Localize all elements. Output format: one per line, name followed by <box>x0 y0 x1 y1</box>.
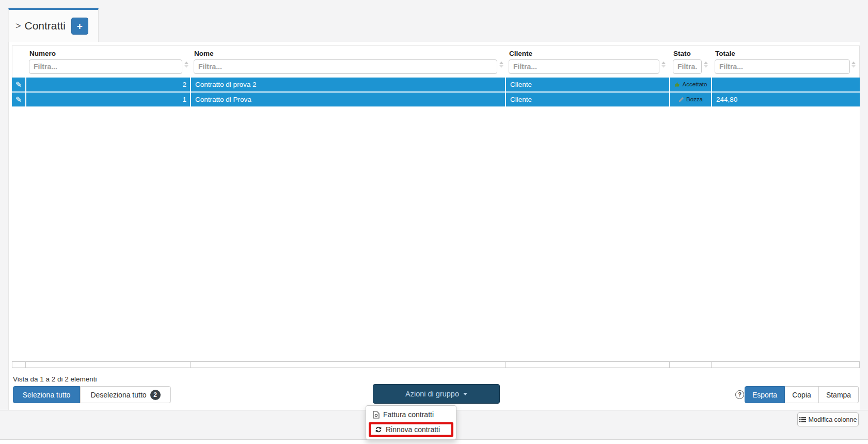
filter-cliente-input[interactable] <box>509 59 659 74</box>
status-badge-draft: Bozza <box>670 93 711 106</box>
column-totale: Totale <box>712 46 860 78</box>
refresh-icon <box>375 426 382 433</box>
status-label: Bozza <box>686 93 703 106</box>
list-icon <box>799 417 806 423</box>
caret-down-icon <box>463 393 467 395</box>
column-label: Stato <box>673 50 712 57</box>
cell-nome: Contratto di prova 2 <box>190 78 505 91</box>
group-actions-menu: Fattura contratti Rinnova contratti <box>366 405 456 440</box>
footer-cell <box>191 362 506 368</box>
column-label: Nome <box>194 50 506 57</box>
cell-totale: 244,80 <box>711 93 860 106</box>
invoice-file-icon <box>373 411 380 419</box>
copy-button[interactable]: Copia <box>785 386 819 403</box>
group-actions-label: Azioni di gruppo <box>405 390 459 398</box>
row-edit-cell[interactable]: ✎ <box>12 93 25 106</box>
thumbs-up-icon <box>674 82 681 88</box>
export-button[interactable]: Esporta <box>745 386 785 403</box>
footer-cell <box>670 362 712 368</box>
sort-icon[interactable] <box>704 62 708 68</box>
footer-cell <box>26 362 191 368</box>
sort-icon[interactable] <box>661 62 666 68</box>
filter-numero-input[interactable] <box>29 59 182 74</box>
cell-cliente: Cliente <box>505 78 669 91</box>
filter-totale-input[interactable] <box>715 59 850 74</box>
column-numero: Numero <box>26 46 191 78</box>
edit-pencil-icon[interactable]: ✎ <box>15 78 22 91</box>
column-nome: Nome <box>191 46 506 78</box>
row-edit-cell[interactable]: ✎ <box>12 78 25 91</box>
menu-item-label: Rinnova contratti <box>386 425 440 434</box>
menu-item-label: Fattura contratti <box>383 410 434 419</box>
table-footer-row <box>12 361 860 368</box>
edit-columns-button[interactable]: Modifica colonne <box>797 412 859 426</box>
table-header: Numero Nome Cliente Stato Totale <box>12 45 860 78</box>
help-icon[interactable]: ? <box>735 390 744 399</box>
sort-icon[interactable] <box>184 62 188 68</box>
tab-contratti[interactable]: > Contratti + <box>8 8 99 42</box>
column-label: Totale <box>715 50 860 57</box>
table-row[interactable]: ✎ 1 Contratto di Prova Cliente Bozza 244… <box>12 93 860 106</box>
print-button[interactable]: Stampa <box>819 386 859 403</box>
status-badge-accepted: Accettato <box>670 78 711 91</box>
add-contract-button[interactable]: + <box>71 18 88 35</box>
edit-pencil-icon[interactable]: ✎ <box>15 93 22 106</box>
cell-numero: 2 <box>25 78 190 91</box>
chevron-right-icon: > <box>15 21 21 32</box>
edit-columns-label: Modifica colonne <box>809 416 857 423</box>
select-all-button[interactable]: Seleziona tutto <box>13 386 80 403</box>
filter-stato-input[interactable] <box>673 59 702 74</box>
page-title: Contratti <box>25 20 66 32</box>
footer-cell <box>712 362 860 368</box>
deselect-all-label: Deseleziona tutto <box>90 391 146 399</box>
footer-cell <box>12 362 26 368</box>
group-actions-button[interactable]: Azioni di gruppo <box>373 384 500 404</box>
window-bottom <box>0 440 868 444</box>
footer-cell <box>506 362 670 368</box>
filter-nome-input[interactable] <box>194 59 497 74</box>
cell-totale <box>711 78 860 91</box>
cell-nome: Contratto di Prova <box>190 93 505 106</box>
sort-icon[interactable] <box>499 62 503 68</box>
selected-count-badge: 2 <box>150 390 161 400</box>
column-label: Cliente <box>509 50 670 57</box>
menu-item-rinnova-contratti[interactable]: Rinnova contratti <box>369 422 453 437</box>
column-cliente: Cliente <box>506 46 670 78</box>
sort-icon[interactable] <box>851 62 856 68</box>
menu-item-fattura-contratti[interactable]: Fattura contratti <box>366 408 456 421</box>
column-label: Numero <box>29 50 191 57</box>
column-stato: Stato <box>670 46 712 78</box>
deselect-all-button[interactable]: Deseleziona tutto 2 <box>80 386 171 403</box>
cell-stato: Bozza <box>669 93 711 106</box>
status-label: Accettato <box>683 78 707 91</box>
pagination-summary: Vista da 1 a 2 di 2 elementi <box>13 375 97 383</box>
cell-cliente: Cliente <box>505 93 669 106</box>
pencil-icon <box>678 97 684 102</box>
contracts-screen: > Contratti + Numero Nome Cliente Stato … <box>0 0 868 444</box>
cell-stato: Accettato <box>669 78 711 91</box>
cell-numero: 1 <box>25 93 190 106</box>
table-row[interactable]: ✎ 2 Contratto di prova 2 Cliente Accetta… <box>12 78 860 91</box>
